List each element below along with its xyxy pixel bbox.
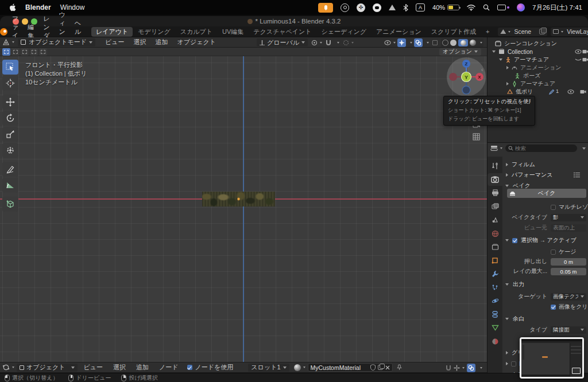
preset-menu-icon[interactable] [574, 172, 581, 178]
gizmo-neg-z-ball[interactable] [462, 86, 470, 94]
move-tool[interactable] [2, 95, 18, 110]
pivot-point-dropdown[interactable] [311, 40, 322, 46]
rotate-tool[interactable] [2, 111, 18, 126]
tab-modifier-properties[interactable] [490, 269, 500, 278]
window-titlebar[interactable]: * Luminous14 - Blender 4.3.2 [0, 16, 588, 26]
bake-type-dropdown[interactable]: 影 [551, 214, 586, 221]
spotlight-search-icon[interactable] [483, 4, 490, 11]
outliner-row-armature-data[interactable]: アーマチュア [488, 80, 588, 88]
select-mode-intersect-button[interactable] [39, 48, 47, 56]
tab-collection-properties[interactable] [490, 242, 500, 251]
shader-menu-add[interactable]: 追加 [132, 363, 153, 372]
properties-options-dropdown[interactable] [582, 147, 586, 150]
viewport-3d[interactable]: フロント・平行投影 (1) Collection | 低ポリ 10センチメートル [0, 56, 487, 362]
panel-film[interactable]: フィルム [502, 160, 588, 169]
screen-mirroring-icon[interactable] [497, 5, 509, 10]
wifi-icon[interactable] [467, 5, 475, 11]
tab-uv-editing[interactable]: UV編集 [218, 27, 248, 37]
toggle-xray-button[interactable] [431, 38, 439, 47]
shader-menu-select[interactable]: 選択 [109, 363, 130, 372]
tab-material-properties[interactable] [490, 337, 500, 346]
perspective-ortho-toggle-icon[interactable] [473, 132, 480, 143]
panel-selected-to-active[interactable]: 選択物 → アクティブ [502, 236, 588, 245]
tab-physics-properties[interactable] [490, 296, 500, 305]
siri-icon[interactable] [517, 3, 525, 11]
solid-shading-button[interactable] [450, 40, 457, 46]
battery-indicator[interactable]: 40% [432, 4, 459, 11]
viewport-menu-object[interactable]: オブジェクト [173, 38, 220, 46]
object-visibility-dropdown[interactable] [384, 40, 396, 45]
properties-search-input[interactable] [515, 145, 574, 151]
camera-restrict-icon[interactable] [582, 49, 588, 54]
tab-modeling[interactable]: モデリング [133, 27, 175, 37]
outliner-row-scene-collection[interactable]: シーンコレクション [488, 40, 588, 48]
extrusion-value-field[interactable]: 0 m [551, 258, 586, 266]
select-mode-new-button[interactable] [2, 48, 10, 56]
select-mode-extend-button[interactable] [11, 48, 20, 56]
clear-image-checkbox[interactable] [551, 305, 556, 310]
panel-output[interactable]: 出力 [502, 280, 588, 289]
tab-constraint-properties[interactable] [490, 310, 500, 319]
properties-editor-type-button[interactable] [490, 145, 502, 151]
max-ray-value-field[interactable]: 0.05 m [551, 268, 586, 275]
duplicate-material-icon[interactable] [378, 365, 383, 370]
properties-search[interactable] [505, 145, 577, 152]
sidebar-toggle-arrow[interactable]: ‹ [481, 67, 483, 73]
add-primitive-tool[interactable] [2, 197, 18, 212]
shader-menu-view[interactable]: ビュー [80, 363, 107, 372]
tab-animation[interactable]: アニメーション [372, 27, 426, 37]
tool-options-dropdown[interactable]: オプション [439, 48, 481, 56]
tab-sculpting[interactable]: スカルプト [176, 27, 217, 37]
tab-viewlayer-properties[interactable] [490, 202, 500, 211]
panel-performance[interactable]: パフォーマンス [502, 170, 588, 180]
cursor-tool[interactable] [2, 76, 18, 91]
cage-checkbox[interactable] [551, 250, 556, 255]
mountain-app-icon[interactable] [389, 5, 396, 10]
shader-menu-node[interactable]: ノード [155, 363, 183, 372]
tab-texture-paint[interactable]: テクスチャペイント [249, 27, 316, 37]
shading-settings-dropdown[interactable] [480, 42, 482, 44]
tab-scripting[interactable]: スクリプト作成 [427, 27, 481, 37]
show-gizmo-toggle[interactable] [397, 38, 406, 47]
viewport-menu-add[interactable]: 追加 [152, 38, 172, 46]
camera-restrict-icon[interactable] [580, 89, 586, 94]
obs-icon[interactable] [341, 3, 349, 12]
menubar-clock[interactable]: 7月26日(土) 7:41 [532, 3, 582, 12]
screen-share-pip-window[interactable] [520, 337, 584, 379]
tab-object-data-properties[interactable] [490, 323, 500, 332]
target-dropdown[interactable]: 画像テクスチャ [551, 293, 586, 301]
camera-restrict-icon[interactable] [582, 57, 588, 62]
new-scene-icon[interactable] [539, 29, 545, 34]
use-nodes-checkbox[interactable] [187, 365, 192, 370]
outliner-row-pose[interactable]: ポーズ [488, 72, 588, 80]
gizmo-neg-x-ball[interactable] [449, 73, 457, 81]
collapse-arrow-icon[interactable] [506, 66, 509, 69]
outliner-row-animation[interactable]: アニメーション [488, 64, 588, 72]
shader-overlays-toggle[interactable] [467, 364, 475, 372]
annotate-tool[interactable] [2, 162, 18, 177]
eye-icon[interactable] [567, 89, 574, 94]
mode-dropdown[interactable]: オブジェクトモード [18, 38, 95, 46]
shader-editor-type-button[interactable] [2, 364, 14, 371]
select-box-tool[interactable] [2, 60, 18, 75]
apple-logo-icon[interactable] [9, 3, 16, 11]
viewlayer-selector[interactable]: ViewLayer [551, 28, 588, 36]
mic-status-icon[interactable] [318, 3, 333, 13]
eye-closed-icon[interactable] [575, 59, 582, 61]
freestyle-checkbox[interactable] [511, 361, 516, 367]
add-workspace-button[interactable]: + [481, 28, 494, 36]
scale-tool[interactable] [2, 127, 18, 142]
snap-toggle-button[interactable] [326, 40, 331, 46]
material-slot-dropdown[interactable]: スロット1 [248, 364, 289, 372]
tab-tool-properties[interactable] [490, 161, 500, 170]
shader-snap-toggle[interactable] [446, 365, 451, 371]
transform-orientation-dropdown[interactable]: グローバル [257, 38, 308, 46]
unlink-material-icon[interactable] [385, 365, 390, 370]
tab-world-properties[interactable] [490, 229, 500, 238]
bluetooth-icon[interactable] [403, 4, 408, 11]
tab-layout[interactable]: レイアウト [91, 27, 133, 37]
tab-shading[interactable]: シェーディング [317, 27, 372, 37]
navigation-gizmo[interactable]: Z X Y [447, 57, 486, 96]
tab-scene-properties[interactable] [490, 215, 500, 224]
pin-icon[interactable] [397, 364, 402, 371]
